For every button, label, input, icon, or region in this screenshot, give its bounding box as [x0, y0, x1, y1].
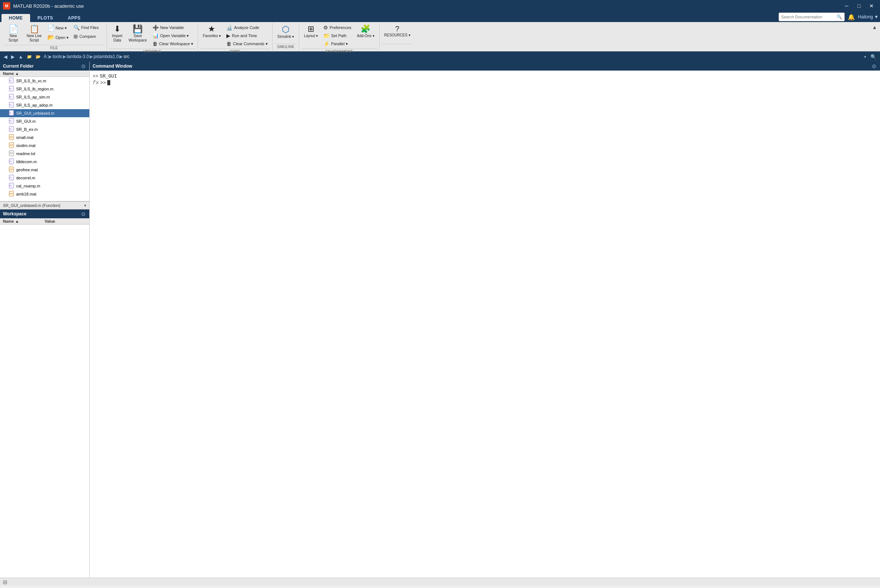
- resources-icon: ?: [395, 25, 399, 32]
- close-button[interactable]: ✕: [866, 2, 877, 10]
- search-input[interactable]: [781, 15, 837, 19]
- list-item[interactable]: fxSR_GUI.m: [0, 117, 89, 125]
- environment-stack: ⚙ Preferences 📁 Set Path ⚡ Parallel ▾: [321, 24, 354, 48]
- list-item[interactable]: MATamb18.mat: [0, 190, 89, 198]
- breadcrumb-sep-2: ▶: [63, 54, 66, 59]
- search-box[interactable]: 🔍: [779, 12, 845, 21]
- mat-file-icon: MAT: [9, 134, 14, 141]
- svg-text:fx: fx: [9, 104, 11, 106]
- workspace-col-name[interactable]: Name ▲: [3, 219, 45, 224]
- environment-buttons: ⊞ Layout ▾ ⚙ Preferences 📁 Set Path ⚡ Pa…: [301, 24, 376, 48]
- tab-plots[interactable]: PLOTS: [30, 14, 61, 22]
- set-path-button[interactable]: 📁 Set Path: [321, 32, 354, 40]
- run-and-time-icon: ▶: [226, 33, 230, 39]
- file-buttons: 📄 New Script 📋 New Live Script 📄 New ▾ 📂…: [4, 24, 104, 44]
- save-workspace-button[interactable]: 💾 Save Workspace: [126, 24, 150, 44]
- workspace-expand-btn[interactable]: ⊙: [81, 211, 86, 217]
- preferences-label: Preferences: [330, 26, 351, 30]
- set-path-label: Set Path: [331, 33, 346, 38]
- clear-workspace-button[interactable]: 🗑 Clear Workspace ▾: [150, 40, 195, 48]
- svg-text:MAT: MAT: [9, 168, 13, 171]
- preferences-button[interactable]: ⚙ Preferences: [321, 24, 354, 32]
- list-item[interactable]: fxdecorrel.m: [0, 174, 89, 182]
- list-item[interactable]: fxSR_ILS_lb_vc.m: [0, 77, 89, 85]
- new-button[interactable]: 📄 New ▾: [46, 24, 70, 32]
- breadcrumb-item-lambda[interactable]: lambda-3.0: [67, 54, 89, 59]
- add-ons-button[interactable]: 🧩 Add-Ons ▾: [354, 24, 376, 40]
- breadcrumb-item-tools[interactable]: tools: [52, 54, 62, 59]
- variable-buttons: ⬇ Import Data 💾 Save Workspace ➕ New Var…: [109, 24, 195, 48]
- search-folder-button[interactable]: 🔍: [869, 53, 878, 60]
- up-button[interactable]: ▲: [17, 53, 25, 60]
- list-item[interactable]: MATgeofree.mat: [0, 166, 89, 174]
- file-name-label: SR_GUI_unbiased.m: [16, 111, 86, 116]
- forward-button[interactable]: ▶: [9, 53, 16, 60]
- svg-text:fx: fx: [9, 80, 11, 82]
- list-item[interactable]: fxSR_ILS_lb_region.m: [0, 85, 89, 93]
- open-icon: 📂: [47, 34, 55, 40]
- open-variable-button[interactable]: 📊 Open Variable ▾: [150, 32, 195, 40]
- run-and-time-label: Run and Time: [232, 33, 257, 38]
- clear-commands-button[interactable]: 🗑 Clear Commands ▾: [224, 40, 270, 48]
- resources-button[interactable]: ? RESOURCES ▾: [382, 24, 413, 39]
- command-content[interactable]: >> SR_GUI fx >>: [90, 70, 880, 578]
- new-script-button[interactable]: 📄 New Script: [4, 24, 23, 44]
- list-item[interactable]: MATsixdim.mat: [0, 141, 89, 150]
- list-item[interactable]: TXTreadme.txt: [0, 150, 89, 158]
- mat-file-icon: MAT: [9, 142, 14, 149]
- folder-col-name[interactable]: Name ▲: [3, 71, 19, 76]
- workspace-col-value[interactable]: Value: [45, 219, 87, 224]
- new-live-script-button[interactable]: 📋 New Live Script: [24, 24, 45, 44]
- new-variable-button[interactable]: ➕ New Variable: [150, 24, 195, 32]
- current-folder-expand-btn[interactable]: ⊙: [81, 63, 86, 69]
- favorites-icon: ★: [208, 25, 215, 33]
- parallel-button[interactable]: ⚡ Parallel ▾: [321, 40, 354, 48]
- list-item[interactable]: fxSR_GUI_unbiased.m: [0, 109, 89, 117]
- favorites-button[interactable]: ★ Favorites ▾: [200, 24, 223, 40]
- list-item[interactable]: MATsmall.mat: [0, 134, 89, 141]
- new-icon: 📄: [47, 25, 55, 31]
- back-button[interactable]: ◀: [2, 53, 9, 60]
- breadcrumb-item-src[interactable]: src: [123, 54, 129, 59]
- folder-col-header: Name ▲: [0, 70, 89, 77]
- list-item[interactable]: fxSR_ILS_ap_adop.m: [0, 101, 89, 109]
- simulink-button[interactable]: ⬡ Simulink ▾: [275, 24, 297, 40]
- file-name-label: decorrel.m: [16, 176, 86, 180]
- collapse-ribbon-button[interactable]: ▲: [872, 24, 877, 30]
- folder-btn2[interactable]: 📂: [34, 53, 42, 60]
- list-item[interactable]: fxcal_nsamp.m: [0, 182, 89, 190]
- open-label: Open ▾: [55, 35, 69, 40]
- import-data-icon: ⬇: [114, 25, 120, 33]
- analyze-code-button[interactable]: 🔬 Analyze Code: [224, 24, 270, 32]
- user-name[interactable]: Hailong ▼: [858, 14, 879, 20]
- import-data-button[interactable]: ⬇ Import Data: [109, 24, 125, 44]
- clear-workspace-label: Clear Workspace ▾: [159, 42, 193, 46]
- compare-label: Compare: [79, 34, 96, 39]
- svg-text:MAT: MAT: [9, 193, 13, 195]
- compare-button[interactable]: ⊞ Compare: [71, 32, 104, 40]
- list-item[interactable]: fxSR_ILS_ap_sim.m: [0, 93, 89, 101]
- run-and-time-button[interactable]: ▶ Run and Time: [224, 32, 270, 40]
- detail-expand-btn[interactable]: ▾: [84, 203, 86, 208]
- command-window-expand-btn[interactable]: ⊙: [871, 63, 877, 69]
- minimize-button[interactable]: ─: [841, 2, 852, 10]
- svg-text:MAT: MAT: [9, 136, 13, 138]
- find-files-button[interactable]: 🔍 Find Files: [71, 24, 104, 32]
- browse-folder-button[interactable]: 📁: [25, 53, 33, 60]
- list-item[interactable]: fxSR_B_ex.m: [0, 125, 89, 134]
- open-button[interactable]: 📂 Open ▾: [46, 33, 70, 42]
- layout-button[interactable]: ⊞ Layout ▾: [301, 24, 321, 40]
- tab-apps[interactable]: APPS: [61, 14, 88, 22]
- maximize-button[interactable]: □: [853, 2, 865, 10]
- simulink-label: Simulink ▾: [277, 34, 294, 39]
- detail-label: SR_GUI_unbiased.m (Function): [3, 203, 61, 208]
- breadcrumb-item-pslambda[interactable]: pslambda1.0: [94, 54, 119, 59]
- notification-icon[interactable]: 🔔: [848, 14, 855, 21]
- breadcrumb-item-a[interactable]: A:: [44, 54, 48, 59]
- cmd-history-line-1: >> SR_GUI: [93, 74, 877, 79]
- list-item[interactable]: fxldldecom.m: [0, 158, 89, 166]
- breadcrumb-dropdown[interactable]: ▾: [863, 53, 868, 60]
- statusbar-left: ⊟: [3, 579, 9, 585]
- code-buttons: ★ Favorites ▾ 🔬 Analyze Code ▶ Run and T…: [200, 24, 270, 48]
- tab-home[interactable]: HOME: [1, 14, 30, 22]
